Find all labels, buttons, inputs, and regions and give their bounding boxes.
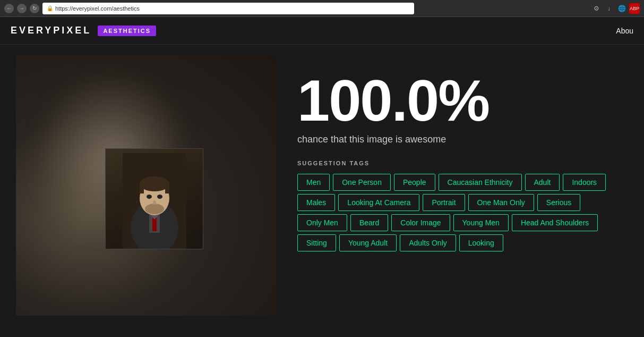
score-subtitle: chance that this image is awesome <box>297 134 633 145</box>
tag-item[interactable]: Young Adult <box>339 234 397 251</box>
person-figure <box>123 153 186 249</box>
tags-container: MenOne PersonPeopleCaucasian EthnicityAd… <box>297 174 616 251</box>
logo: EVERYPIXEL <box>11 25 91 36</box>
tag-item[interactable]: Serious <box>537 194 580 211</box>
tag-item[interactable]: Adults Only <box>400 234 456 251</box>
svg-rect-8 <box>165 184 169 193</box>
navbar: EVERYPIXEL AESTHETICS Abou <box>0 17 644 45</box>
browser-right-icons: ⚙ ↓ 🌐 ABP <box>591 3 640 14</box>
tag-item[interactable]: Looking At Camera <box>338 194 419 211</box>
tag-item[interactable]: Indoors <box>563 174 606 191</box>
svg-point-6 <box>140 176 169 191</box>
score-panel: 100.0% chance that this image is awesome… <box>297 55 633 251</box>
svg-point-11 <box>145 204 164 214</box>
tag-item[interactable]: Color Image <box>391 214 450 231</box>
svg-point-12 <box>153 200 156 205</box>
tag-item[interactable]: Men <box>297 174 330 191</box>
tag-item[interactable]: Caucasian Ethnicity <box>439 174 522 191</box>
settings-icon[interactable]: ⚙ <box>591 3 602 14</box>
tag-item[interactable]: One Person <box>333 174 391 191</box>
tag-item[interactable]: Males <box>297 194 335 211</box>
score-value: 100.0% <box>297 71 633 130</box>
main-content: 100.0% chance that this image is awesome… <box>0 45 644 326</box>
address-bar[interactable]: 🔒 https://everypixel.com/aesthetics <box>42 3 414 14</box>
svg-point-9 <box>147 195 152 199</box>
tag-item[interactable]: Only Men <box>297 214 347 231</box>
image-inset <box>105 148 203 249</box>
tag-item[interactable]: Young Men <box>453 214 509 231</box>
aesthetics-badge[interactable]: AESTHETICS <box>98 26 156 36</box>
globe-icon[interactable]: 🌐 <box>616 3 627 14</box>
image-panel <box>16 55 276 316</box>
tag-item[interactable]: Sitting <box>297 234 336 251</box>
url-text: https://everypixel.com/aesthetics <box>55 5 140 12</box>
about-link[interactable]: Abou <box>616 27 633 35</box>
refresh-button[interactable]: ↻ <box>30 4 39 13</box>
adblock-icon[interactable]: ABP <box>629 3 640 14</box>
lock-icon: 🔒 <box>47 5 53 11</box>
tag-item[interactable]: Portrait <box>423 194 465 211</box>
svg-point-10 <box>157 195 162 199</box>
tag-item[interactable]: Head And Shoulders <box>512 214 598 231</box>
download-icon[interactable]: ↓ <box>604 3 614 14</box>
svg-rect-7 <box>140 184 144 193</box>
back-button[interactable]: ← <box>4 4 14 13</box>
tag-item[interactable]: Adult <box>525 174 560 191</box>
browser-chrome: ← → ↻ 🔒 https://everypixel.com/aesthetic… <box>0 0 644 17</box>
tag-item[interactable]: Looking <box>459 234 503 251</box>
tag-item[interactable]: People <box>394 174 435 191</box>
tag-item[interactable]: Beard <box>350 214 388 231</box>
suggestion-label: SUGGESTION TAGS <box>297 160 633 166</box>
forward-button[interactable]: → <box>17 4 27 13</box>
tag-item[interactable]: One Man Only <box>468 194 534 211</box>
image-inset-content <box>106 149 203 249</box>
